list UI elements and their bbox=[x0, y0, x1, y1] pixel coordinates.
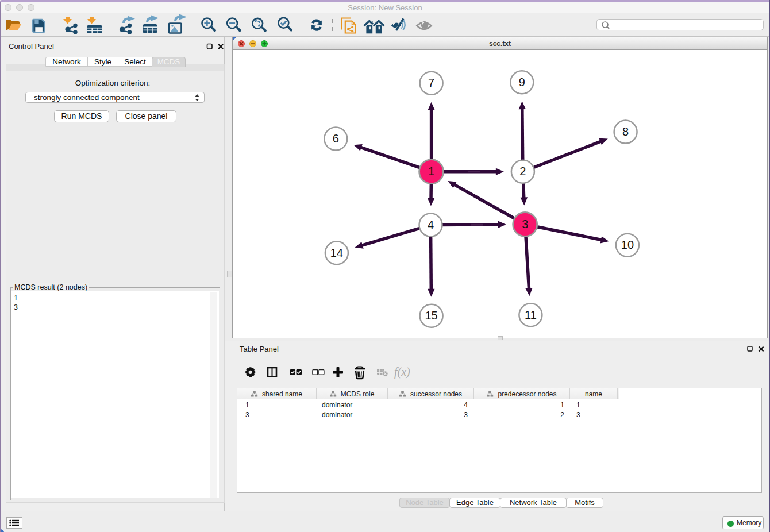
svg-text:f(x): f(x) bbox=[394, 365, 410, 379]
svg-text:8: 8 bbox=[622, 125, 629, 138]
svg-text:14: 14 bbox=[330, 246, 343, 259]
svg-text:11: 11 bbox=[525, 309, 537, 321]
svg-text:10: 10 bbox=[621, 238, 634, 251]
svg-text:2: 2 bbox=[519, 165, 526, 178]
svg-text:1: 1 bbox=[428, 165, 434, 178]
svg-text:4: 4 bbox=[428, 218, 434, 231]
svg-text:9: 9 bbox=[519, 76, 525, 88]
svg-text:7: 7 bbox=[428, 76, 434, 89]
svg-text:6: 6 bbox=[333, 132, 339, 145]
svg-text:15: 15 bbox=[425, 309, 437, 322]
svg-text:3: 3 bbox=[522, 218, 528, 230]
